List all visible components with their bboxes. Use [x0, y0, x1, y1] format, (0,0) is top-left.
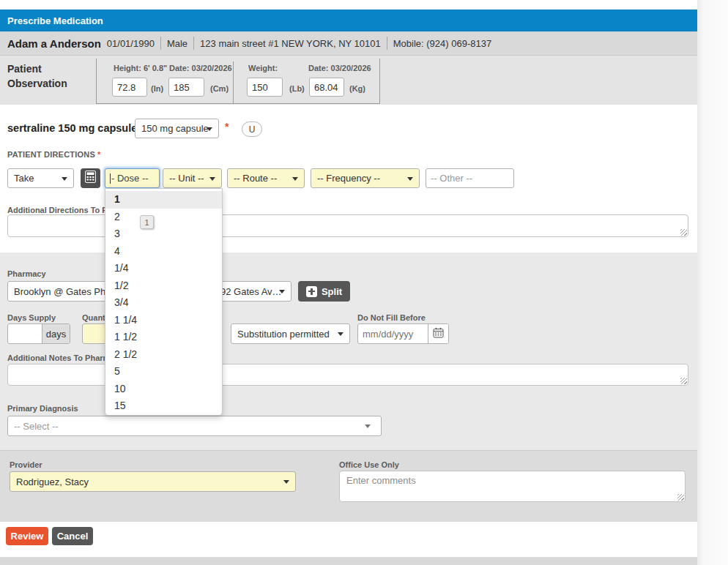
unit-select[interactable]: -- Unit -- [163, 168, 222, 188]
separator [193, 37, 194, 50]
substitution-select[interactable]: Substitution permitted [231, 323, 350, 344]
dialog-title: Prescribe Medication [7, 15, 103, 26]
action-select[interactable]: Take [7, 168, 74, 188]
dose-option[interactable]: 1/2 [105, 277, 222, 295]
days-unit-addon: days [42, 324, 70, 343]
chevron-down-icon [292, 177, 298, 181]
kg-unit-label: (Kg) [349, 84, 365, 93]
days-supply-group: days [7, 323, 70, 344]
dose-option[interactable]: 1 1/2 [105, 329, 222, 346]
footer-strip [0, 557, 697, 565]
chevron-down-icon [365, 424, 371, 428]
divider [379, 59, 380, 104]
office-use-label: Office Use Only [339, 460, 399, 469]
chevron-down-icon [209, 177, 215, 181]
patient-summary-bar: Adam a Anderson 01/01/1990 Male 123 main… [0, 31, 697, 56]
height-date-label: Date: 03/20/2026 [169, 64, 232, 72]
divider [96, 59, 97, 104]
weight-lb-input[interactable] [247, 78, 283, 97]
chevron-down-icon [407, 177, 413, 181]
patient-dob: 01/01/1990 [107, 38, 155, 49]
dose-combobox[interactable]: - Dose -- [105, 168, 160, 188]
prescribe-medication-page: { "titlebar": { "title": "Prescribe Medi… [0, 0, 728, 565]
do-not-fill-group [357, 323, 449, 344]
split-button[interactable]: Split [298, 281, 350, 302]
office-use-textarea[interactable] [339, 471, 686, 502]
calculator-icon [85, 171, 96, 186]
provider-select[interactable]: Rodriguez, Stacy [10, 471, 296, 492]
dialog-titlebar: Prescribe Medication [0, 10, 697, 31]
chevron-down-icon [283, 480, 289, 484]
dose-options-list: 12341/41/23/41 1/41 1/22 1/251015 [105, 188, 223, 416]
lb-unit-label: (Lb) [289, 84, 305, 93]
chevron-down-icon [207, 127, 212, 131]
calendar-picker-button[interactable] [428, 324, 448, 343]
plus-icon [306, 286, 317, 297]
dose-option[interactable]: 3/4 [105, 294, 222, 312]
weight-label: Weight: [248, 64, 278, 72]
separator [160, 37, 161, 50]
days-supply-input[interactable] [8, 324, 42, 343]
height-in-input[interactable] [112, 78, 147, 97]
dose-option[interactable]: 15 [105, 397, 222, 415]
text-cursor [110, 173, 111, 184]
dose-calculator-button[interactable] [81, 168, 100, 188]
dose-option[interactable]: 3 [105, 225, 222, 243]
chevron-down-icon [279, 290, 285, 293]
dose-option[interactable]: 2 1/2 [105, 346, 222, 364]
chevron-down-icon [62, 177, 67, 181]
patient-address: 123 main street #1 NEW YORK, NY 10101 [200, 38, 381, 49]
pharmacy-address-text: 92 Gates Av… [220, 286, 282, 297]
route-select[interactable]: -- Route -- [227, 168, 305, 188]
dose-drag-badge: 1 [140, 215, 154, 229]
provider-label: Provider [10, 460, 42, 469]
primary-diagnosis-select[interactable]: -- Select -- [7, 416, 382, 436]
resize-handle[interactable] [677, 494, 684, 501]
patient-directions-label: PATIENT DIRECTIONS* [7, 150, 100, 159]
patient-mobile: Mobile: (924) 069-8137 [393, 38, 491, 49]
cancel-button[interactable]: Cancel [52, 527, 93, 545]
dose-option[interactable]: 1 [105, 191, 222, 209]
height-cm-input[interactable] [168, 78, 204, 97]
weight-kg-input[interactable] [309, 78, 344, 97]
resize-handle[interactable] [680, 229, 687, 236]
primary-diagnosis-label: Primary Diagnosis [7, 404, 78, 413]
medication-form-select[interactable]: 150 mg capsule [135, 119, 219, 138]
days-supply-label: Days Supply [7, 313, 56, 322]
divider [233, 61, 234, 103]
chevron-down-icon [338, 332, 343, 336]
height-label: Height: 6' 0.8" [114, 64, 167, 72]
review-button[interactable]: Review [6, 527, 48, 545]
do-not-fill-date-input[interactable] [358, 324, 428, 343]
medication-name: sertraline 150 mg capsule [7, 122, 137, 134]
other-input[interactable] [426, 168, 514, 188]
resize-handle[interactable] [680, 378, 687, 384]
dose-option[interactable]: 10 [105, 381, 222, 398]
observation-title: Patient Observation [7, 61, 67, 91]
pharmacy-label: Pharmacy [7, 269, 46, 278]
separator [387, 37, 387, 50]
u-badge-button[interactable]: U [242, 121, 262, 137]
patient-name: Adam a Anderson [7, 37, 101, 50]
cm-unit-label: (Cm) [210, 84, 229, 93]
in-unit-label: (In) [151, 84, 163, 93]
divider [96, 103, 379, 104]
calendar-icon [433, 327, 444, 340]
patient-sex: Male [167, 38, 187, 49]
dose-option[interactable]: 5 [105, 363, 222, 381]
dose-option[interactable]: 2 [105, 209, 222, 226]
frequency-select[interactable]: -- Frequency -- [311, 168, 420, 188]
required-asterisk: * [225, 121, 229, 132]
do-not-fill-label: Do Not Fill Before [357, 313, 426, 322]
weight-date-label: Date: 03/20/2026 [308, 64, 371, 72]
dose-option[interactable]: 4 [105, 243, 222, 261]
dose-option[interactable]: 1/4 [105, 260, 222, 277]
right-gutter [697, 0, 728, 565]
dose-option[interactable]: 1 1/4 [105, 312, 222, 329]
